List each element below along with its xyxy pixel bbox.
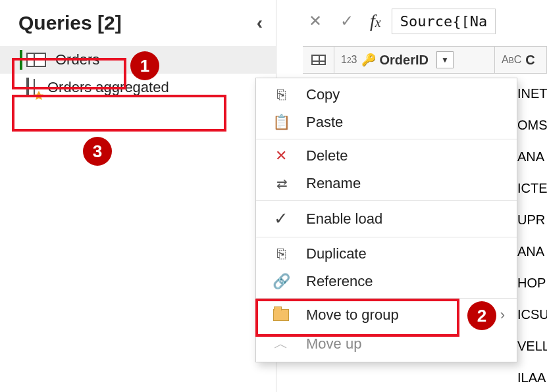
menu-separator xyxy=(256,298,517,299)
menu-reference[interactable]: 🔗 Reference xyxy=(256,268,517,295)
chevron-right-icon: › xyxy=(500,306,505,324)
query-label: Orders aggregated xyxy=(47,79,169,96)
query-item-orders[interactable]: Orders xyxy=(0,46,276,74)
key-icon: 🔑 xyxy=(361,53,376,67)
cell-value: ANA xyxy=(517,141,547,172)
cell-value: UPR xyxy=(517,204,547,235)
column-header-orderid[interactable]: 123 🔑 OrderID ▼ xyxy=(334,47,495,73)
check-icon: ✓ xyxy=(268,208,294,229)
menu-label: Paste xyxy=(306,114,343,131)
duplicate-icon: ⎘ xyxy=(268,245,294,262)
menu-label: Move to group xyxy=(306,306,399,324)
column-header-next[interactable]: ABC C xyxy=(495,47,547,73)
menu-move-up[interactable]: ︿ Move up xyxy=(256,329,517,359)
queries-pane: Queries [2] ‹ Orders Orders aggregated xyxy=(0,0,276,392)
menu-label: Reference xyxy=(306,273,373,290)
column-filter-button[interactable]: ▼ xyxy=(436,51,454,68)
fx-icon: fx xyxy=(370,11,381,32)
menu-label: Move up xyxy=(306,335,361,353)
formula-bar: ✕ ✓ fx Source{[Na xyxy=(303,5,547,37)
menu-label: Copy xyxy=(306,86,340,103)
menu-duplicate[interactable]: ⎘ Duplicate xyxy=(256,240,517,268)
column-name: C xyxy=(525,53,534,68)
cell-value: VELL xyxy=(517,330,547,362)
context-menu: ⎘ Copy 📋 Paste ✕ Delete ⇄ Rename ✓ Enabl… xyxy=(255,78,517,362)
menu-paste[interactable]: 📋 Paste xyxy=(256,109,517,136)
cell-value: ICSU xyxy=(517,299,547,330)
cell-value: ANA xyxy=(517,235,547,267)
rename-icon: ⇄ xyxy=(268,176,294,191)
delete-icon: ✕ xyxy=(268,147,294,164)
query-item-orders-aggregated[interactable]: Orders aggregated xyxy=(0,74,276,101)
data-preview: INET OMS ANA ICTE UPR ANA HOP ICSU VELL … xyxy=(517,78,547,392)
menu-separator xyxy=(256,139,517,139)
chevron-up-icon: ︿ xyxy=(268,334,294,354)
menu-separator xyxy=(256,237,517,237)
folder-icon xyxy=(268,309,294,321)
formula-input[interactable]: Source{[Na xyxy=(392,9,496,34)
cell-value: OMS xyxy=(517,109,547,141)
queries-header: Queries [2] ‹ xyxy=(0,0,276,46)
datatype-text-icon: ABC xyxy=(502,54,521,66)
menu-delete[interactable]: ✕ Delete xyxy=(256,142,517,170)
cell-value: ILAA xyxy=(517,362,547,392)
link-icon: 🔗 xyxy=(268,273,294,290)
menu-enable-load[interactable]: ✓ Enable load xyxy=(256,203,517,234)
commit-formula-button[interactable]: ✓ xyxy=(334,9,359,34)
cancel-formula-button[interactable]: ✕ xyxy=(303,9,328,34)
menu-label: Duplicate xyxy=(306,245,367,262)
table-corner-button[interactable] xyxy=(303,47,334,73)
collapse-pane-button[interactable]: ‹ xyxy=(257,12,263,34)
cell-value: ICTE xyxy=(517,172,547,204)
query-label: Orders xyxy=(55,51,99,68)
cell-value: INET xyxy=(517,78,547,109)
datatype-number-icon: 123 xyxy=(341,54,357,66)
cell-value: HOP xyxy=(517,267,547,299)
column-headers: 123 🔑 OrderID ▼ ABC C xyxy=(303,46,547,74)
menu-label: Delete xyxy=(306,147,348,164)
queries-title: Queries [2] xyxy=(18,12,122,34)
menu-separator xyxy=(256,200,517,201)
table-icon xyxy=(26,79,38,96)
paste-icon: 📋 xyxy=(268,114,294,131)
menu-label: Enable load xyxy=(306,210,382,228)
menu-rename[interactable]: ⇄ Rename xyxy=(256,170,517,197)
menu-move-to-group[interactable]: Move to group › xyxy=(256,301,517,329)
table-icon xyxy=(26,53,46,67)
column-name: OrderID xyxy=(380,53,429,68)
menu-copy[interactable]: ⎘ Copy xyxy=(256,81,517,109)
menu-label: Rename xyxy=(306,175,361,192)
copy-icon: ⎘ xyxy=(268,86,294,103)
